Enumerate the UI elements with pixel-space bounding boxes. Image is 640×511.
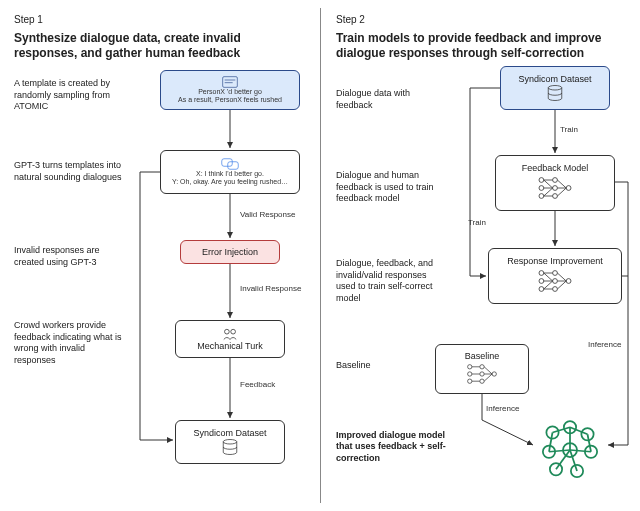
label-train1: Train	[560, 125, 578, 134]
node-atomic-template: PersonX 'd better go As a result, Person…	[160, 70, 300, 110]
svg-point-43	[468, 365, 472, 369]
svg-point-30	[539, 287, 544, 292]
svg-rect-3	[222, 158, 233, 166]
final-caption: Improved dialogue model that uses feedba…	[336, 430, 446, 464]
svg-point-6	[231, 329, 236, 334]
database-icon	[546, 84, 564, 102]
svg-line-69	[570, 450, 591, 452]
syndicom-right-label: Syndicom Dataset	[518, 74, 591, 84]
svg-point-12	[548, 86, 562, 91]
svg-line-66	[549, 433, 553, 452]
svg-rect-0	[223, 76, 238, 87]
svg-line-24	[544, 188, 553, 196]
svg-line-55	[484, 374, 492, 381]
nn-icon	[535, 173, 575, 203]
response-improvement-label: Response Improvement	[507, 256, 603, 266]
svg-point-16	[553, 178, 558, 183]
database-icon	[221, 438, 239, 456]
svg-point-48	[480, 379, 484, 383]
svg-line-76	[482, 420, 533, 445]
svg-rect-4	[228, 161, 239, 169]
svg-point-15	[539, 194, 544, 199]
caption-template: A template is created by randomly sampli…	[14, 78, 124, 113]
syndicom-left-label: Syndicom Dataset	[193, 428, 266, 438]
svg-line-27	[557, 188, 566, 196]
crowd-icon	[222, 327, 238, 341]
atomic-line2: As a result, PersonX feels rushed	[178, 96, 282, 104]
node-dialogue: X: I think I'd better go. Y: Oh, okay. A…	[160, 150, 300, 194]
chat-icon	[221, 158, 239, 170]
label-inference1: Inference	[588, 340, 621, 349]
svg-line-21	[544, 180, 553, 188]
svg-point-45	[468, 379, 472, 383]
template-icon	[222, 76, 238, 88]
svg-line-53	[484, 367, 492, 374]
dialogue-line1: X: I think I'd better go.	[196, 170, 264, 178]
caption-data-feedback: Dialogue data with feedback	[336, 88, 446, 111]
svg-point-7	[223, 440, 237, 445]
svg-point-47	[480, 372, 484, 376]
node-syndicom-right: Syndicom Dataset	[500, 66, 610, 110]
step2-label: Step 2	[336, 14, 632, 25]
baseline-label: Baseline	[465, 351, 500, 361]
label-valid-response: Valid Response	[240, 210, 295, 219]
svg-point-17	[553, 186, 558, 191]
node-mturk: Mechanical Turk	[175, 320, 285, 358]
svg-point-5	[225, 329, 230, 334]
svg-line-68	[549, 450, 570, 452]
svg-line-67	[588, 434, 592, 452]
step1-column: Step 1 Synthesize dialogue data, create …	[0, 0, 320, 511]
step1-label: Step 1	[14, 14, 312, 25]
step1-title: Synthesize dialogue data, create invalid…	[14, 31, 294, 61]
label-invalid-response: Invalid Response	[240, 284, 301, 293]
caption-invalid: Invalid responses are created using GPT-…	[14, 245, 124, 268]
node-syndicom-left: Syndicom Dataset	[175, 420, 285, 464]
caption-baseline: Baseline	[336, 360, 371, 372]
error-injection-label: Error Injection	[202, 247, 258, 257]
label-inference2: Inference	[486, 404, 519, 413]
svg-point-29	[539, 279, 544, 284]
node-error-injection: Error Injection	[180, 240, 280, 264]
caption-gpt3: GPT-3 turns templates into natural sound…	[14, 160, 124, 183]
svg-point-31	[553, 271, 558, 276]
svg-line-40	[557, 273, 566, 281]
svg-point-32	[553, 279, 558, 284]
atomic-line1: PersonX 'd better go	[198, 88, 262, 96]
svg-line-36	[544, 273, 553, 281]
nn-icon	[535, 266, 575, 296]
svg-point-13	[539, 178, 544, 183]
svg-point-44	[468, 372, 472, 376]
mturk-label: Mechanical Turk	[197, 341, 263, 351]
nn-icon	[464, 361, 500, 387]
svg-point-14	[539, 186, 544, 191]
label-train2: Train	[468, 218, 486, 227]
caption-crowd: Crowd workers provide feedback indicatin…	[14, 320, 124, 367]
caption-feedback-model: Dialogue and human feedback is used to t…	[336, 170, 446, 205]
step2-column: Step 2 Train models to provide feedback …	[320, 0, 640, 511]
brain-icon	[535, 415, 605, 485]
step2-title: Train models to provide feedback and imp…	[336, 31, 616, 61]
svg-point-46	[480, 365, 484, 369]
caption-self-correct: Dialogue, feedback, and invalid/valid re…	[336, 258, 446, 305]
svg-line-42	[557, 281, 566, 289]
svg-point-34	[566, 279, 571, 284]
node-response-improvement: Response Improvement	[488, 248, 622, 304]
svg-point-18	[553, 194, 558, 199]
node-baseline: Baseline	[435, 344, 529, 394]
dialogue-line2: Y: Oh, okay. Are you feeling rushed…	[172, 178, 288, 186]
svg-line-64	[553, 427, 571, 432]
svg-point-49	[492, 372, 496, 376]
svg-line-25	[557, 180, 566, 188]
svg-point-28	[539, 271, 544, 276]
node-feedback-model: Feedback Model	[495, 155, 615, 211]
svg-line-39	[544, 281, 553, 289]
label-feedback: Feedback	[240, 380, 275, 389]
feedback-model-label: Feedback Model	[522, 163, 589, 173]
svg-point-19	[566, 186, 571, 191]
svg-point-33	[553, 287, 558, 292]
